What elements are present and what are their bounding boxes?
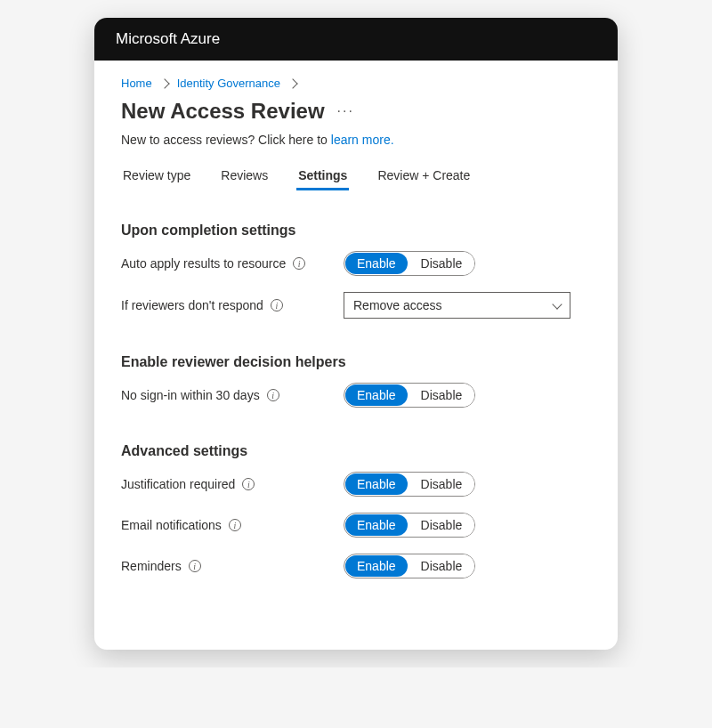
toggle-disable[interactable]: Disable xyxy=(409,384,475,407)
label-email: Email notifications i xyxy=(121,518,344,532)
label-reminders: Reminders i xyxy=(121,559,344,573)
info-icon[interactable]: i xyxy=(189,560,201,572)
intro-prefix: New to access reviews? Click here to xyxy=(121,133,331,147)
row-reminders: Reminders i Enable Disable xyxy=(121,554,591,578)
toggle-disable[interactable]: Disable xyxy=(409,514,475,537)
content-area: Home Identity Governance New Access Revi… xyxy=(94,61,618,650)
tab-reviews[interactable]: Reviews xyxy=(219,163,270,190)
toggle-disable[interactable]: Disable xyxy=(409,252,475,275)
row-email: Email notifications i Enable Disable xyxy=(121,513,591,538)
info-icon[interactable]: i xyxy=(229,519,241,531)
intro-text: New to access reviews? Click here to lea… xyxy=(121,133,591,147)
tab-settings[interactable]: Settings xyxy=(296,163,349,190)
section-header-completion: Upon completion settings xyxy=(121,222,591,239)
breadcrumb-identity[interactable]: Identity Governance xyxy=(177,77,280,90)
label-justification-text: Justification required xyxy=(121,477,235,491)
toggle-justification[interactable]: Enable Disable xyxy=(344,472,475,497)
select-value: Remove access xyxy=(353,298,442,312)
label-no-signin: No sign-in within 30 days i xyxy=(121,388,344,402)
toggle-disable[interactable]: Disable xyxy=(409,554,475,578)
titlebar-text: Microsoft Azure xyxy=(116,30,220,47)
chevron-right-icon xyxy=(159,78,169,88)
toggle-enable[interactable]: Enable xyxy=(345,473,408,495)
toggle-enable[interactable]: Enable xyxy=(345,514,408,536)
section-advanced: Advanced settings Justification required… xyxy=(121,443,591,578)
info-icon[interactable]: i xyxy=(293,257,305,270)
label-justification: Justification required i xyxy=(121,477,344,491)
tab-review-create[interactable]: Review + Create xyxy=(376,163,472,190)
learn-more-link[interactable]: learn more. xyxy=(331,133,394,147)
label-if-reviewers-text: If reviewers don't respond xyxy=(121,298,263,312)
page-title: New Access Review xyxy=(121,99,325,124)
more-icon[interactable]: ··· xyxy=(337,103,354,119)
info-icon[interactable]: i xyxy=(267,389,279,401)
page-title-row: New Access Review ··· xyxy=(121,99,591,124)
breadcrumb: Home Identity Governance xyxy=(121,77,591,90)
label-email-text: Email notifications xyxy=(121,518,222,532)
toggle-enable[interactable]: Enable xyxy=(345,384,408,406)
section-helpers: Enable reviewer decision helpers No sign… xyxy=(121,354,591,408)
toggle-email[interactable]: Enable Disable xyxy=(344,513,475,538)
toggle-disable[interactable]: Disable xyxy=(409,473,475,496)
row-no-signin: No sign-in within 30 days i Enable Disab… xyxy=(121,383,591,408)
toggle-no-signin[interactable]: Enable Disable xyxy=(344,383,475,408)
chevron-right-icon xyxy=(287,78,297,88)
label-no-signin-text: No sign-in within 30 days xyxy=(121,388,260,402)
titlebar: Microsoft Azure xyxy=(94,18,618,61)
toggle-enable[interactable]: Enable xyxy=(345,555,408,577)
toggle-reminders[interactable]: Enable Disable xyxy=(344,554,475,578)
label-reminders-text: Reminders xyxy=(121,559,182,573)
row-if-reviewers: If reviewers don't respond i Remove acce… xyxy=(121,292,591,319)
select-if-reviewers[interactable]: Remove access xyxy=(344,292,570,319)
info-icon[interactable]: i xyxy=(271,299,283,311)
label-if-reviewers: If reviewers don't respond i xyxy=(121,298,344,312)
info-icon[interactable]: i xyxy=(242,478,255,490)
section-completion: Upon completion settings Auto apply resu… xyxy=(121,222,591,319)
tabs: Review type Reviews Settings Review + Cr… xyxy=(121,163,591,190)
breadcrumb-home[interactable]: Home xyxy=(121,77,152,90)
section-header-advanced: Advanced settings xyxy=(121,443,591,459)
chevron-down-icon xyxy=(552,299,562,309)
label-auto-apply: Auto apply results to resource i xyxy=(121,256,344,271)
row-justification: Justification required i Enable Disable xyxy=(121,472,591,497)
toggle-auto-apply[interactable]: Enable Disable xyxy=(344,251,475,276)
app-window: Microsoft Azure Home Identity Governance… xyxy=(94,18,618,650)
toggle-enable[interactable]: Enable xyxy=(345,253,408,274)
section-header-helpers: Enable reviewer decision helpers xyxy=(121,354,591,370)
row-auto-apply: Auto apply results to resource i Enable … xyxy=(121,251,591,276)
label-auto-apply-text: Auto apply results to resource xyxy=(121,256,286,271)
tab-review-type[interactable]: Review type xyxy=(121,163,192,190)
